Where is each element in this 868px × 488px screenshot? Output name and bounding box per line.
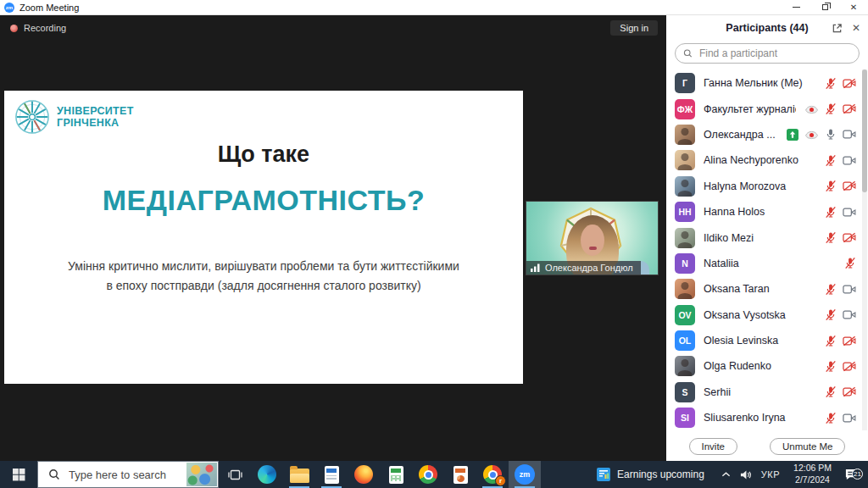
participant-row[interactable]: NNataliia [666, 251, 868, 276]
zoom-app-icon: zm [4, 3, 14, 13]
task-view-taskbar-button[interactable] [219, 461, 251, 488]
close-panel-icon[interactable]: ✕ [852, 23, 860, 33]
participant-row[interactable]: OLOlesia Levinska [666, 328, 868, 353]
video-name-label: Олександра Гондюл [526, 261, 641, 274]
participants-title: Participants (44) [726, 22, 808, 34]
participant-search-box[interactable] [675, 43, 860, 64]
zoom-app-taskbar-button[interactable]: zm [509, 461, 541, 488]
restore-button[interactable] [810, 0, 839, 14]
participant-row[interactable]: SISliusarenko Iryna [666, 405, 868, 430]
participants-panel: Participants (44) ✕ ГГанна Мельник (Me)Ф… [666, 15, 868, 461]
participant-row[interactable]: Alina Nechyporenko [666, 147, 868, 173]
participant-name: Nataliia [704, 258, 836, 269]
file-explorer-taskbar-button[interactable] [283, 461, 315, 488]
windows-taskbar: rzm Earnings upcoming [0, 461, 868, 488]
camera-off-icon [843, 386, 856, 397]
participant-row[interactable]: ФЖФакультет журналіс... (Host) [666, 96, 868, 121]
search-highlight-art[interactable] [186, 463, 217, 486]
sign-in-button[interactable]: Sign in [610, 20, 658, 36]
participant-row[interactable]: Oksana Taran [666, 276, 868, 302]
participant-avatar [675, 228, 695, 248]
participant-name: Факультет журналіс... (Host) [704, 103, 796, 115]
taskbar-search-input[interactable] [67, 468, 173, 482]
show-hidden-icons-button[interactable] [716, 471, 736, 478]
recording-indicator-icon [804, 103, 819, 114]
firefox-icon [354, 465, 373, 484]
participant-avatar [675, 176, 695, 197]
participant-search [666, 41, 868, 70]
libreoffice-writer-icon [325, 466, 339, 484]
unmute-me-button[interactable]: Unmute Me [770, 438, 845, 455]
recording-dot-icon [10, 25, 18, 32]
camera-on-icon [843, 309, 856, 320]
news-widget[interactable]: Earnings upcoming [585, 468, 716, 481]
recording-indicator[interactable]: Recording [10, 23, 66, 33]
news-label: Earnings upcoming [617, 469, 704, 480]
camera-on-icon [843, 155, 856, 166]
camera-on-icon [843, 207, 856, 218]
pop-out-icon[interactable] [832, 23, 843, 34]
chrome-icon [419, 465, 437, 484]
chrome-taskbar-button[interactable] [412, 461, 444, 488]
libreoffice-impress-taskbar-button[interactable] [444, 461, 476, 488]
minimize-button[interactable] [782, 0, 810, 14]
camera-off-icon [843, 78, 856, 89]
libreoffice-calc-taskbar-button[interactable] [380, 461, 412, 488]
university-logo-icon [14, 99, 50, 135]
recording-label: Recording [24, 23, 66, 33]
panel-scrollbar[interactable] [862, 69, 867, 430]
participant-row[interactable]: OVOksana Vysotska [666, 302, 868, 328]
taskbar-apps: rzm [219, 461, 541, 488]
participant-name: Halyna Morozova [704, 180, 816, 192]
mic-muted-icon [825, 206, 837, 219]
participant-avatar: OL [675, 330, 695, 351]
clock[interactable]: 12:06 PM 2/7/2024 [786, 463, 839, 485]
participants-header: Participants (44) ✕ [666, 15, 868, 41]
chrome-profile-taskbar-button[interactable]: r [476, 461, 509, 488]
libreoffice-writer-taskbar-button[interactable] [315, 461, 348, 488]
participant-face [581, 225, 604, 256]
participant-status-icons [825, 154, 856, 167]
participant-row[interactable]: Ildiko Mezi [666, 225, 868, 250]
participant-avatar: HH [675, 202, 695, 222]
taskbar-search[interactable] [37, 461, 219, 488]
action-center-button[interactable]: 21 [839, 468, 863, 481]
participant-avatar [675, 356, 695, 376]
volume-button[interactable] [736, 469, 755, 480]
panel-scrollbar-thumb[interactable] [862, 69, 867, 192]
screen-share-icon [787, 129, 798, 141]
mic-muted-icon [825, 231, 837, 244]
participant-row[interactable]: HHHanna Holos [666, 199, 868, 225]
window-title: Zoom Meeting [19, 3, 79, 13]
mic-muted-icon [844, 257, 856, 269]
participant-row[interactable]: SSerhii [666, 380, 868, 405]
participant-row[interactable]: Олександра ... (Co-host) [666, 122, 868, 147]
signal-bars-icon [531, 263, 541, 272]
participant-avatar: N [675, 253, 695, 274]
participant-row[interactable]: Halyna Morozova [666, 174, 868, 199]
participant-list: ГГанна Мельник (Me)ФЖФакультет журналіс.… [666, 70, 868, 431]
start-button[interactable] [0, 461, 37, 488]
close-button[interactable]: ✕ [839, 0, 868, 14]
edge-browser-taskbar-button[interactable] [251, 461, 283, 488]
camera-off-icon [843, 232, 856, 243]
speaker-video-tile[interactable]: Олександра Гондюл [526, 201, 659, 275]
invite-button[interactable]: Invite [689, 438, 738, 455]
participant-avatar [675, 125, 695, 145]
chrome-profile-icon: r [483, 465, 502, 484]
notification-count-badge: 21 [852, 469, 863, 480]
participant-row[interactable]: Olga Rudenko [666, 353, 868, 379]
language-indicator[interactable]: УКР [755, 469, 786, 480]
time: 12:06 PM [793, 463, 832, 474]
zoom-taskbar-icon: zm [515, 464, 535, 485]
firefox-taskbar-button[interactable] [348, 461, 380, 488]
system-tray: Earnings upcoming УКР 12:06 PM 2/7/2024 [585, 461, 868, 488]
camera-off-icon [843, 361, 856, 372]
mic-muted-icon [825, 283, 837, 296]
participant-status-icons [825, 283, 856, 296]
participant-row[interactable]: ГГанна Мельник (Me) [666, 70, 868, 96]
minimize-icon [793, 7, 800, 8]
participant-search-input[interactable] [698, 47, 851, 60]
libreoffice-impress-icon [453, 466, 468, 484]
mic-on-icon [825, 128, 837, 141]
